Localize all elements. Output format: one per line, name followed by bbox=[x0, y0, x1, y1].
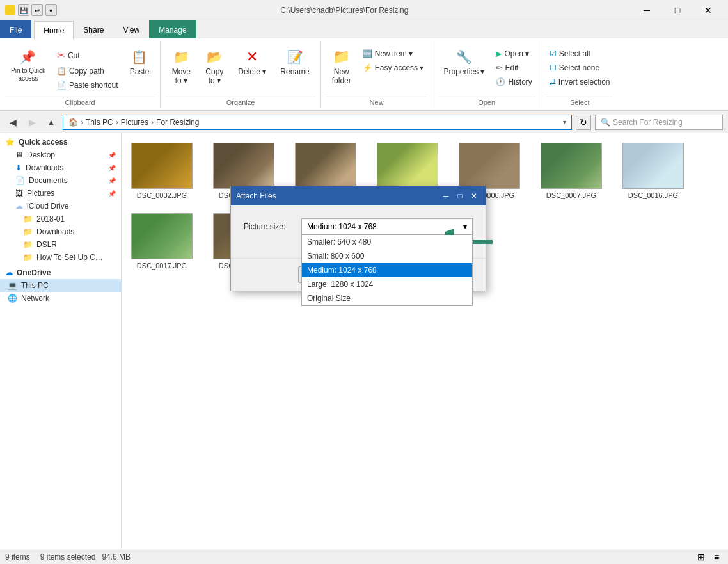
dialog-close-button[interactable]: ✕ bbox=[468, 189, 480, 202]
dropdown-option[interactable]: Smaller: 640 x 480 bbox=[302, 235, 472, 249]
dropdown-arrow-icon: ▾ bbox=[463, 222, 467, 231]
dialog-minimize-button[interactable]: ─ bbox=[439, 189, 452, 202]
picture-size-select[interactable]: Medium: 1024 x 768 ▾ Smaller: 640 x 480S… bbox=[301, 218, 473, 235]
select-display[interactable]: Medium: 1024 x 768 ▾ bbox=[301, 218, 473, 235]
dialog-overlay: Attach Files ─ □ ✕ Picture size: Medium:… bbox=[0, 0, 728, 564]
attach-files-dialog: Attach Files ─ □ ✕ Picture size: Medium:… bbox=[230, 186, 486, 291]
selected-option-text: Medium: 1024 x 768 bbox=[307, 222, 377, 231]
dialog-maximize-button[interactable]: □ bbox=[454, 189, 466, 202]
dialog-title-bar: Attach Files ─ □ ✕ bbox=[231, 186, 486, 205]
dropdown-option[interactable]: Small: 800 x 600 bbox=[302, 249, 472, 263]
dialog-title: Attach Files bbox=[236, 191, 276, 200]
picture-size-label: Picture size: bbox=[244, 222, 301, 231]
dropdown-option[interactable]: Large: 1280 x 1024 bbox=[302, 277, 472, 291]
dropdown-option[interactable]: Medium: 1024 x 768 bbox=[302, 263, 472, 277]
dialog-body: Picture size: Medium: 1024 x 768 ▾ Small… bbox=[231, 205, 486, 258]
dropdown-list: Smaller: 640 x 480Small: 800 x 600Medium… bbox=[301, 235, 473, 306]
dialog-controls: ─ □ ✕ bbox=[439, 189, 480, 202]
picture-size-row: Picture size: Medium: 1024 x 768 ▾ Small… bbox=[244, 218, 473, 235]
dropdown-option[interactable]: Original Size bbox=[302, 291, 472, 305]
